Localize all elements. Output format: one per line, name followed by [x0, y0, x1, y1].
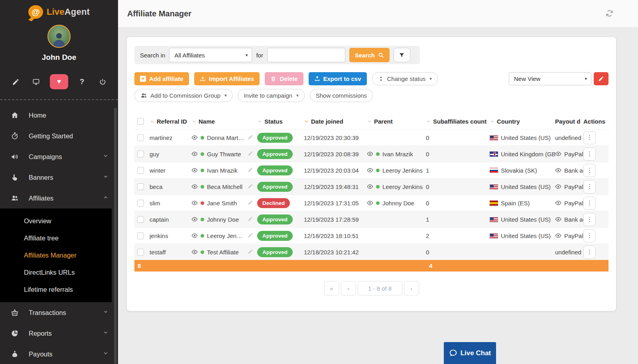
eye-icon[interactable] — [191, 216, 198, 222]
edit-pencil-icon[interactable] — [248, 249, 257, 256]
eye-icon[interactable] — [191, 151, 198, 157]
cell-country: United States (US) — [490, 216, 555, 223]
change-status-button[interactable]: Change status▾ — [372, 72, 438, 85]
pagination-first-button[interactable]: « — [324, 281, 339, 295]
row-actions-button[interactable]: ⋮ — [583, 246, 596, 259]
column-header-parent[interactable]: Parent — [367, 118, 426, 125]
edit-view-button[interactable] — [594, 72, 608, 85]
edit-pencil-icon[interactable] — [248, 151, 257, 157]
export-to-csv-button[interactable]: Export to csv — [309, 72, 367, 85]
search-scope-select[interactable]: All Affiliates▾ — [169, 48, 252, 62]
eye-icon[interactable] — [191, 134, 198, 141]
eye-icon[interactable] — [191, 167, 198, 173]
health-heart-button[interactable]: ♥ — [50, 74, 68, 89]
refresh-icon[interactable] — [606, 10, 613, 19]
submenu-item-overview[interactable]: Overview — [0, 212, 112, 230]
pagination-prev-button[interactable]: ‹ — [341, 281, 356, 295]
cell-payout-details: Bank ac — [555, 167, 583, 174]
search-input[interactable] — [267, 48, 345, 62]
invite-to-campaign-button[interactable]: Invite to campaign▾ — [238, 89, 304, 102]
row-checkbox[interactable] — [137, 183, 144, 190]
status-dot — [201, 185, 204, 189]
edit-pencil-icon[interactable] — [248, 134, 257, 141]
sidebar-item-campaigns[interactable]: Campaigns — [0, 146, 118, 167]
flag-icon-SK — [490, 168, 498, 173]
column-header-name[interactable]: Name — [191, 118, 257, 125]
add-to-commission-group-button[interactable]: Add to Commission Group▾ — [134, 89, 232, 102]
cell-payout-details: undefined — [555, 134, 583, 141]
help-icon[interactable]: ? — [75, 75, 89, 89]
pagination-next-button[interactable]: › — [404, 281, 419, 295]
sidebar-item-home[interactable]: Home — [0, 105, 118, 126]
eye-icon[interactable] — [555, 151, 561, 157]
status-dot — [201, 136, 204, 140]
person-name: Beca Mitchell — [207, 183, 242, 190]
row-checkbox[interactable] — [137, 151, 144, 157]
eye-icon[interactable] — [555, 167, 561, 173]
edit-pencil-icon[interactable] — [248, 232, 257, 239]
row-checkbox[interactable] — [137, 249, 144, 256]
row-checkbox[interactable] — [137, 200, 144, 207]
row-actions-button[interactable]: ⋮ — [583, 164, 596, 177]
eye-icon[interactable] — [191, 183, 198, 190]
eye-icon[interactable] — [191, 232, 198, 239]
affiliates-table: Referral IDNameStatusDate joinedParentSu… — [134, 113, 608, 295]
row-checkbox[interactable] — [137, 134, 144, 141]
live-chat-button[interactable]: Live Chat — [444, 342, 496, 364]
sidebar-item-payouts[interactable]: Payouts — [0, 344, 118, 364]
monitor-icon[interactable] — [30, 75, 43, 89]
column-header-status[interactable]: Status — [257, 118, 304, 125]
row-actions-button[interactable]: ⋮ — [583, 148, 596, 161]
row-actions-button[interactable]: ⋮ — [583, 229, 596, 242]
submenu-item-directlinks-urls[interactable]: DirectLinks URLs — [0, 264, 112, 281]
sidebar-item-reports[interactable]: Reports — [0, 323, 118, 344]
edit-pencil-icon[interactable] — [248, 216, 257, 223]
sidebar-item-getting-started[interactable]: Getting Started — [0, 126, 118, 146]
column-header-subaffiliates-count[interactable]: Subaffiliates count — [426, 118, 490, 125]
power-icon[interactable] — [96, 75, 109, 89]
eye-icon[interactable] — [555, 216, 561, 222]
row-checkbox[interactable] — [137, 216, 144, 223]
flag-icon-ES — [490, 201, 498, 206]
select-all-checkbox[interactable] — [137, 118, 144, 125]
view-select[interactable]: New View▾ — [509, 72, 591, 85]
row-checkbox[interactable] — [137, 232, 144, 239]
submenu-item-lifetime-referrals[interactable]: Lifetime referrals — [0, 281, 112, 298]
add-affiliate-button[interactable]: +Add affiliate — [134, 72, 189, 85]
eye-icon[interactable] — [191, 249, 198, 255]
edit-pencil-icon[interactable] — [248, 200, 257, 207]
eye-icon[interactable] — [191, 200, 198, 206]
sidebar-scrollbar[interactable] — [114, 108, 117, 364]
submenu-item-affiliate-tree[interactable]: Affiliate tree — [0, 230, 112, 247]
row-checkbox[interactable] — [137, 167, 144, 174]
eye-icon[interactable] — [555, 200, 561, 206]
edit-pencil-icon[interactable] — [248, 183, 257, 190]
eye-icon[interactable] — [555, 183, 561, 190]
eye-icon[interactable] — [367, 183, 373, 190]
row-actions-button[interactable]: ⋮ — [583, 197, 596, 210]
row-actions-button[interactable]: ⋮ — [583, 180, 596, 193]
import-affiliates-button[interactable]: Import Affiliates — [194, 72, 260, 85]
delete-button[interactable]: Delete — [265, 72, 303, 85]
eye-icon[interactable] — [367, 151, 373, 157]
filter-button[interactable] — [394, 48, 410, 62]
sidebar-item-transactions[interactable]: Transactions — [0, 302, 118, 323]
edit-pencil-icon[interactable] — [248, 167, 257, 174]
sidebar-item-affiliates[interactable]: Affiliates — [0, 188, 118, 209]
eye-icon[interactable] — [555, 232, 561, 239]
row-actions-button[interactable]: ⋮ — [583, 131, 596, 144]
cell-subaffiliates-count: 0 — [426, 151, 490, 157]
eye-icon[interactable] — [367, 167, 373, 173]
row-actions-button[interactable]: ⋮ — [583, 213, 596, 226]
table-row: captainJohnny DoeApproved12/19/2023 17:2… — [134, 211, 608, 227]
person-name: Ivan Mrazik — [382, 151, 413, 157]
submenu-item-affiliates-manager[interactable]: Affiliates Manager — [0, 247, 112, 264]
search-button[interactable]: Search — [349, 48, 390, 62]
show-commissions-button[interactable]: Show commissions — [310, 89, 373, 102]
column-header-referral-id[interactable]: Referral ID — [150, 118, 191, 125]
eye-icon[interactable] — [367, 200, 373, 206]
edit-profile-pencil-icon[interactable] — [9, 75, 22, 89]
column-header-country[interactable]: Country — [490, 118, 555, 125]
column-header-date-joined[interactable]: Date joined — [304, 118, 367, 125]
sidebar-item-banners[interactable]: Banners — [0, 167, 118, 188]
